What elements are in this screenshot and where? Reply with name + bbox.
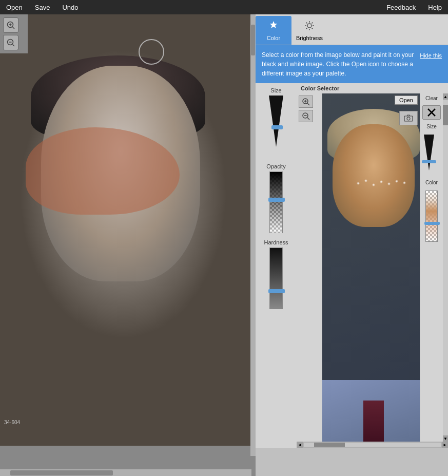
menu-save[interactable]: Save (33, 3, 52, 12)
svg-line-12 (306, 22, 307, 23)
clear-button[interactable] (422, 105, 441, 120)
tabs-area: Color Brightness (256, 14, 448, 45)
size-label: Size (270, 87, 281, 93)
vertical-scrollbar-left-thumb[interactable] (251, 25, 255, 55)
hardness-track[interactable] (269, 247, 283, 309)
color-gradient-track[interactable] (425, 191, 438, 242)
scroll-track-vertical[interactable] (443, 100, 448, 435)
info-box: Hide this Select a color from the image … (256, 45, 448, 83)
palette-photo[interactable] (322, 93, 420, 442)
hide-this-button[interactable]: Hide this (420, 51, 442, 60)
color-selector-label: Color Selector (297, 83, 448, 93)
opacity-slider-thumb[interactable] (268, 198, 285, 202)
brightness-tab-icon (304, 20, 315, 34)
palette-toolbar (297, 93, 322, 442)
scroll-track-horizontal[interactable] (304, 443, 441, 447)
tab-color[interactable]: Color (256, 16, 291, 45)
palette-zoom-in-button[interactable] (299, 96, 313, 108)
scroll-right-arrow[interactable]: ► (442, 442, 448, 448)
main-layout: 34-604 Color (0, 14, 448, 476)
color-tab-icon (268, 20, 279, 34)
right-sliders: Clear Size (420, 93, 443, 442)
bw-photo[interactable]: 34-604 (0, 14, 251, 446)
left-panel: 34-604 (0, 14, 256, 476)
right-color-label: Color (425, 180, 438, 185)
controls-area: Size Opacity (256, 83, 448, 448)
svg-line-1 (13, 27, 15, 29)
menu-bar-left: Open Save Undo (4, 3, 384, 12)
hardness-label: Hardness (264, 239, 288, 245)
opacity-label: Opacity (266, 163, 285, 169)
size-slider-group: Size (267, 87, 285, 157)
palette-open-button[interactable]: Open (395, 96, 418, 105)
info-box-text: Select a color from the image below and … (262, 51, 414, 77)
right-size-slider[interactable] (424, 135, 439, 176)
scroll-up-arrow[interactable]: ▲ (443, 93, 448, 100)
opacity-track[interactable] (269, 172, 283, 233)
photo-caption: 34-604 (4, 420, 20, 425)
svg-point-7 (307, 24, 311, 28)
bottom-gray-area (256, 448, 448, 476)
vertical-scrollbar-left[interactable] (250, 14, 256, 456)
svg-line-21 (307, 118, 309, 120)
right-size-triangle (424, 135, 434, 170)
menu-feedback[interactable]: Feedback (384, 3, 418, 12)
hardness-slider-thumb[interactable] (268, 289, 285, 293)
menu-open[interactable]: Open (4, 3, 25, 12)
right-size-label: Size (426, 124, 436, 129)
palette-camera-button[interactable] (399, 111, 418, 125)
scroll-down-arrow[interactable]: ▼ (443, 435, 448, 442)
face-area (41, 66, 200, 281)
svg-line-14 (311, 22, 313, 23)
right-size-thumb[interactable] (422, 160, 436, 163)
scroll-thumb-horizontal[interactable] (314, 443, 345, 447)
size-slider-thumb[interactable] (271, 125, 283, 129)
zoom-out-button[interactable] (3, 35, 18, 50)
right-panel: Color Brightness (256, 14, 448, 476)
sliders-panel: Size Opacity (256, 83, 297, 448)
svg-line-17 (307, 103, 309, 105)
palette-tie (363, 401, 384, 442)
menu-bar: Open Save Undo Feedback Help (0, 0, 448, 14)
size-slider-container (267, 96, 285, 157)
svg-line-13 (311, 28, 313, 29)
tab-brightness-label: Brightness (296, 35, 323, 41)
canvas-toolbar (0, 14, 28, 53)
opacity-slider-group: Opacity (266, 163, 285, 233)
color-gradient-thumb[interactable] (424, 222, 440, 225)
clear-label: Clear (425, 96, 438, 101)
menu-bar-right: Feedback Help (384, 3, 444, 12)
color-selector-panel: Color Selector (297, 83, 448, 448)
tab-color-label: Color (267, 35, 280, 41)
canvas-area[interactable]: 34-604 (0, 14, 251, 456)
palette-horizontal-scrollbar[interactable]: ◄ ► (297, 442, 448, 448)
palette-photo-area[interactable]: Open (322, 93, 420, 442)
palette-face (333, 124, 415, 227)
palette-vertical-scrollbar[interactable]: ▲ ▼ (443, 93, 448, 442)
scroll-left-arrow[interactable]: ◄ (297, 442, 303, 448)
horizontal-scrollbar[interactable] (0, 469, 251, 476)
scroll-thumb-vertical[interactable] (443, 105, 448, 125)
hardness-slider-group: Hardness (264, 239, 288, 309)
svg-line-5 (13, 45, 15, 47)
menu-help[interactable]: Help (426, 3, 444, 12)
zoom-in-button[interactable] (3, 17, 18, 33)
menu-undo[interactable]: Undo (60, 3, 80, 12)
palette-zoom-out-button[interactable] (299, 110, 313, 122)
horizontal-scrollbar-thumb[interactable] (10, 470, 113, 475)
color-image-container: Open Clear (297, 93, 448, 442)
svg-point-24 (407, 117, 410, 120)
svg-line-15 (306, 28, 307, 29)
tab-brightness[interactable]: Brightness (291, 16, 327, 45)
